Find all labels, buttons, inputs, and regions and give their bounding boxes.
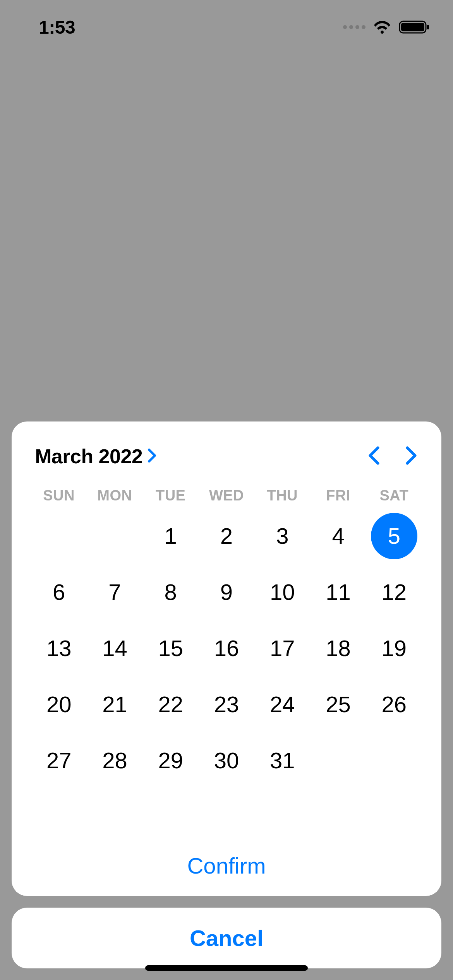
day-number: 15 [148,625,194,672]
day-cell[interactable]: 10 [254,564,310,620]
day-cell[interactable]: 24 [254,676,310,732]
day-number: 28 [91,737,138,784]
day-number: 9 [203,569,250,615]
day-number: 25 [315,681,362,728]
home-indicator[interactable] [145,965,308,971]
day-number: 6 [36,569,82,615]
day-cell[interactable]: 19 [366,620,422,676]
day-cell[interactable]: 18 [310,620,366,676]
day-number: 20 [36,681,82,728]
confirm-button[interactable]: Confirm [187,853,266,878]
month-year-picker[interactable]: March 2022 [35,445,157,468]
status-time: 1:53 [39,17,75,38]
day-number: 31 [259,737,305,784]
status-bar: 1:53 [0,0,453,54]
day-cell[interactable]: 9 [199,564,254,620]
day-number: 3 [259,513,305,559]
day-cell[interactable]: 22 [143,676,199,732]
day-cell[interactable]: 20 [31,676,87,732]
day-number: 16 [203,625,250,672]
day-cell[interactable]: 2 [199,508,254,564]
day-number: 10 [259,569,305,615]
weekday-label: WED [199,487,254,504]
weekday-label: FRI [310,487,366,504]
day-cell[interactable]: 11 [310,564,366,620]
cancel-sheet: Cancel [12,908,441,968]
weekday-header-row: SUN MON TUE WED THU FRI SAT [12,480,441,508]
day-cell[interactable]: 7 [87,564,142,620]
wifi-icon [372,20,392,34]
day-cell[interactable]: 28 [87,732,142,788]
day-cell[interactable]: 17 [254,620,310,676]
day-number: 24 [259,681,305,728]
calendar-header: March 2022 [12,421,441,480]
day-cell[interactable]: 14 [87,620,142,676]
confirm-row: Confirm [12,835,441,896]
battery-icon [399,20,430,34]
prev-month-button[interactable] [367,445,381,468]
day-cell-empty [87,508,142,564]
weekday-label: SAT [366,487,422,504]
signal-dots-icon [343,25,365,29]
day-cell[interactable]: 1 [143,508,199,564]
day-number: 4 [315,513,362,559]
weekday-label: TUE [143,487,199,504]
day-cell[interactable]: 6 [31,564,87,620]
day-cell[interactable]: 31 [254,732,310,788]
month-title: March 2022 [35,445,142,468]
day-cell[interactable]: 29 [143,732,199,788]
day-number: 7 [91,569,138,615]
day-number: 13 [36,625,82,672]
day-cell[interactable]: 13 [31,620,87,676]
day-cell-empty [31,508,87,564]
day-cell[interactable]: 4 [310,508,366,564]
weekday-label: THU [254,487,310,504]
day-number: 11 [315,569,362,615]
day-cell[interactable]: 27 [31,732,87,788]
day-cell[interactable]: 23 [199,676,254,732]
day-cell[interactable]: 30 [199,732,254,788]
cancel-button[interactable]: Cancel [190,925,263,951]
calendar-days-grid: 1234567891011121314151617181920212223242… [12,508,441,835]
day-number: 29 [148,737,194,784]
day-number: 23 [203,681,250,728]
day-number: 14 [91,625,138,672]
day-number: 2 [203,513,250,559]
calendar-sheet: March 2022 [12,421,441,896]
svg-rect-1 [401,23,424,31]
day-number: 18 [315,625,362,672]
day-cell[interactable]: 25 [310,676,366,732]
day-number: 21 [91,681,138,728]
day-number: 19 [371,625,417,672]
action-sheet-container: March 2022 [12,421,441,968]
status-right [343,20,430,34]
weekday-label: SUN [31,487,87,504]
day-cell[interactable]: 12 [366,564,422,620]
chevron-right-icon [147,448,157,465]
day-cell[interactable]: 26 [366,676,422,732]
day-cell[interactable]: 16 [199,620,254,676]
svg-rect-2 [427,25,429,29]
day-cell[interactable]: 8 [143,564,199,620]
day-number: 17 [259,625,305,672]
day-number: 5 [371,513,417,559]
day-number: 26 [371,681,417,728]
day-number: 1 [148,513,194,559]
day-cell[interactable]: 21 [87,676,142,732]
month-nav-arrows [367,445,418,468]
next-month-button[interactable] [404,445,418,468]
day-cell[interactable]: 3 [254,508,310,564]
day-number: 27 [36,737,82,784]
weekday-label: MON [87,487,142,504]
day-cell[interactable]: 15 [143,620,199,676]
day-number: 22 [148,681,194,728]
day-number: 12 [371,569,417,615]
day-number: 8 [148,569,194,615]
day-number: 30 [203,737,250,784]
day-cell[interactable]: 5 [366,508,422,564]
